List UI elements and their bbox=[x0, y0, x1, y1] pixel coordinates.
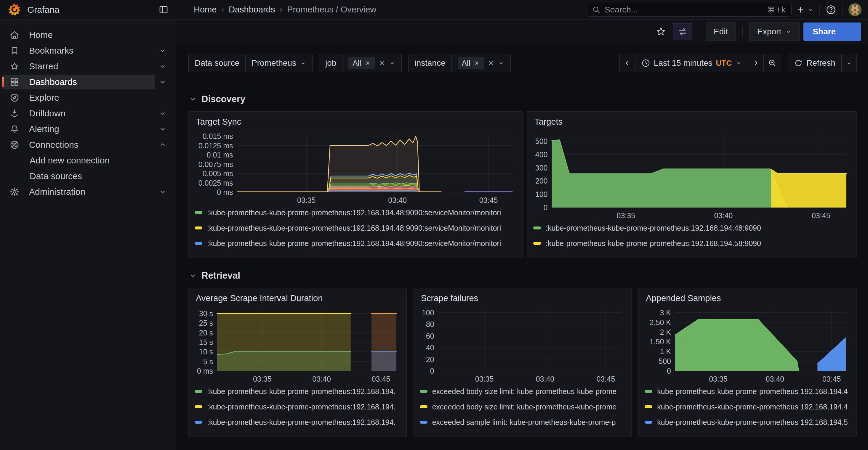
chevron-down-icon[interactable] bbox=[155, 43, 170, 58]
svg-text:2 K: 2 K bbox=[660, 328, 671, 336]
clear-icon[interactable] bbox=[487, 60, 494, 67]
legend-item[interactable]: kube-prometheus-kube-prome-prometheus 19… bbox=[645, 387, 850, 396]
legend-label: :kube-prometheus-kube-prome-prometheus:1… bbox=[207, 387, 396, 396]
panel-average-scrape-interval-duration: Average Scrape Interval Duration0 ms5 s1… bbox=[188, 288, 407, 437]
sidebar-subitem-add-new-connection[interactable]: Add new connection bbox=[0, 153, 176, 168]
legend-item[interactable]: :kube-prometheus-kube-prome-prometheus:1… bbox=[195, 402, 401, 411]
chart-average-scrape-interval-duration[interactable]: 0 ms5 s10 s15 s20 s25 s30 s03:3503:4003:… bbox=[195, 306, 401, 384]
legend-item[interactable]: :kube-prometheus-kube-prome-prometheus:1… bbox=[195, 387, 401, 396]
instance-value-chip[interactable]: All bbox=[458, 57, 484, 69]
sidebar-collapse-icon[interactable] bbox=[158, 5, 168, 15]
breadcrumb-item-dashboards[interactable]: Dashboards bbox=[229, 5, 275, 14]
chevron-down-icon[interactable] bbox=[155, 122, 170, 136]
legend-label: :kube-prometheus-kube-prome-prometheus:1… bbox=[207, 403, 396, 411]
panel-title[interactable]: Average Scrape Interval Duration bbox=[196, 293, 401, 303]
search-field[interactable] bbox=[604, 5, 763, 14]
chevron-up-icon[interactable] bbox=[155, 137, 170, 152]
export-button[interactable]: Export bbox=[749, 23, 800, 41]
legend-label: :kube-prometheus-kube-prome-prometheus:1… bbox=[207, 208, 501, 217]
chevron-down-icon[interactable] bbox=[498, 60, 504, 66]
sidebar-link-starred[interactable]: Starred bbox=[2, 59, 155, 74]
legend-item[interactable]: :kube-prometheus-kube-prome-prometheus:1… bbox=[195, 224, 516, 232]
svg-text:15 s: 15 s bbox=[199, 338, 213, 346]
legend-item[interactable]: exceeded body size limit: kube-prometheu… bbox=[420, 387, 626, 396]
section-header-discovery[interactable]: Discovery bbox=[189, 93, 857, 105]
chevron-down-icon[interactable] bbox=[155, 74, 170, 89]
legend-item[interactable]: kube-prometheus-kube-prome-prometheus 19… bbox=[645, 402, 850, 411]
chevron-down-icon[interactable] bbox=[155, 59, 170, 74]
legend-item[interactable]: :kube-prometheus-kube-prome-prometheus:1… bbox=[195, 208, 516, 217]
legend-item[interactable]: :kube-prometheus-kube-prome-prometheus:1… bbox=[533, 239, 850, 248]
zoom-out-button[interactable] bbox=[764, 54, 781, 72]
datasource-value[interactable]: Prometheus bbox=[245, 54, 312, 72]
chart-appended-samples[interactable]: 05001 K1.50 K2 K2.50 K3 K03:3503:4003:45 bbox=[645, 306, 850, 384]
chevron-down-icon[interactable] bbox=[155, 185, 170, 199]
panel-title[interactable]: Appended Samples bbox=[646, 293, 850, 303]
sidebar-link-drilldown[interactable]: Drilldown bbox=[2, 106, 155, 121]
remove-icon[interactable] bbox=[365, 60, 371, 66]
legend-color-mark bbox=[533, 242, 541, 245]
time-shift-forward-button[interactable] bbox=[748, 54, 764, 72]
svg-text:2.50 K: 2.50 K bbox=[650, 318, 671, 326]
chevron-down-icon bbox=[785, 28, 792, 35]
chart-targets[interactable]: 010020030040050003:3503:4003:45 bbox=[533, 130, 850, 221]
legend-item[interactable]: :kube-prometheus-kube-prome-prometheus:1… bbox=[195, 418, 401, 427]
divider bbox=[699, 27, 699, 37]
sidebar-link-dashboards[interactable]: Dashboards bbox=[2, 74, 155, 89]
panel-scrape-failures: Scrape failures02040608010003:3503:4003:… bbox=[413, 288, 632, 437]
home-icon bbox=[9, 30, 20, 40]
sidebar-subitem-data-sources[interactable]: Data sources bbox=[0, 168, 176, 184]
chart-scrape-failures[interactable]: 02040608010003:3503:4003:45 bbox=[420, 306, 626, 384]
star-dashboard-button[interactable] bbox=[653, 23, 669, 40]
legend-label: :kube-prometheus-kube-prome-prometheus:1… bbox=[546, 224, 761, 232]
sidebar-link-administration[interactable]: Administration bbox=[2, 185, 155, 199]
legend-item[interactable]: :kube-prometheus-kube-prome-prometheus:1… bbox=[533, 224, 850, 232]
clear-icon[interactable] bbox=[378, 60, 385, 67]
job-filter: job All bbox=[319, 54, 402, 72]
legend-label: kube-prometheus-kube-prome-prometheus 19… bbox=[657, 418, 847, 427]
job-label: job bbox=[319, 54, 342, 72]
sidebar-item-alerting: Alerting bbox=[0, 121, 176, 137]
panel-title[interactable]: Target Sync bbox=[196, 117, 516, 127]
legend-item[interactable]: kube-prometheus-kube-prome-prometheus 19… bbox=[645, 418, 850, 427]
chart-target-sync[interactable]: 0 ms0.0025 ms0.005 ms0.0075 ms0.01 ms0.0… bbox=[195, 130, 516, 205]
chevron-down-icon[interactable] bbox=[155, 106, 170, 121]
panel-title[interactable]: Scrape failures bbox=[421, 293, 626, 303]
search-input[interactable]: ⌘+k bbox=[587, 3, 792, 17]
job-value-cell: All bbox=[342, 54, 401, 72]
legend-item[interactable]: exceeded sample limit: kube-prometheus-k… bbox=[420, 418, 626, 427]
share-menu-button[interactable] bbox=[845, 23, 861, 41]
share-button[interactable]: Share bbox=[803, 23, 845, 41]
chevron-down-icon[interactable] bbox=[389, 60, 396, 66]
time-range-picker[interactable]: Last 15 minutes UTC bbox=[635, 54, 748, 72]
legend-color-mark bbox=[645, 405, 652, 408]
refresh-button[interactable]: Refresh bbox=[788, 54, 841, 72]
time-shift-back-button[interactable] bbox=[620, 54, 635, 72]
sidebar-item-label: Alerting bbox=[29, 124, 59, 134]
svg-text:500: 500 bbox=[659, 357, 671, 365]
svg-text:25 s: 25 s bbox=[199, 319, 213, 327]
panel-title[interactable]: Targets bbox=[534, 117, 850, 127]
refresh-interval-button[interactable] bbox=[841, 54, 857, 72]
breadcrumb-item-prometheus-overview: Prometheus / Overview bbox=[287, 5, 376, 14]
edit-button[interactable]: Edit bbox=[706, 23, 736, 41]
legend-item[interactable]: :kube-prometheus-kube-prome-prometheus:1… bbox=[195, 239, 516, 248]
sidebar-link-bookmarks[interactable]: Bookmarks bbox=[2, 43, 155, 58]
section-header-retrieval[interactable]: Retrieval bbox=[189, 269, 857, 282]
help-icon[interactable] bbox=[826, 4, 836, 15]
sidebar-link-alerting[interactable]: Alerting bbox=[2, 122, 155, 136]
sidebar-link-home[interactable]: Home bbox=[2, 28, 170, 42]
legend-item[interactable]: exceeded body size limit: kube-prometheu… bbox=[420, 402, 626, 411]
swap-arrows-toggle-button[interactable] bbox=[673, 23, 692, 40]
sidebar-link-explore[interactable]: Explore bbox=[2, 90, 170, 105]
user-avatar[interactable] bbox=[848, 3, 862, 16]
divider bbox=[742, 27, 743, 37]
remove-icon[interactable] bbox=[474, 60, 479, 66]
search-shortcut: ⌘+k bbox=[767, 5, 786, 14]
breadcrumb-separator: › bbox=[221, 5, 224, 14]
legend-color-mark bbox=[420, 405, 428, 408]
job-value-chip[interactable]: All bbox=[348, 57, 375, 69]
breadcrumb-item-home[interactable]: Home bbox=[194, 5, 217, 14]
sidebar-link-connections[interactable]: Connections bbox=[2, 137, 155, 152]
add-new-button[interactable] bbox=[796, 5, 813, 14]
